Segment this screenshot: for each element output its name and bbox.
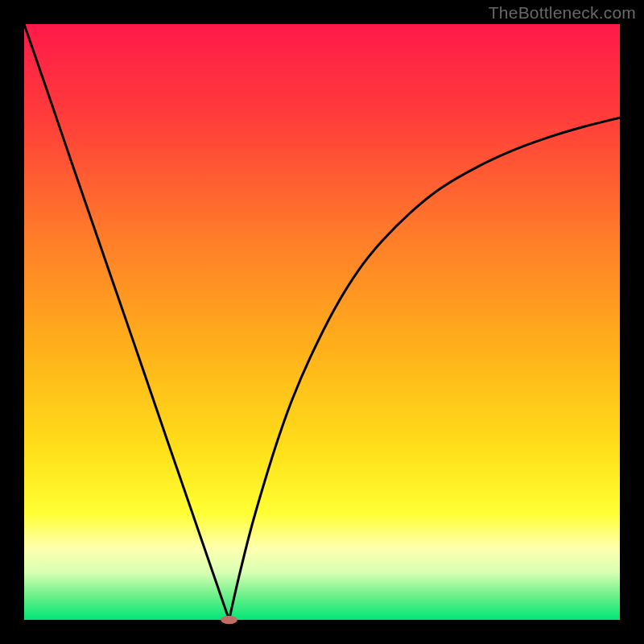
bottleneck-marker <box>221 616 237 624</box>
watermark-text: TheBottleneck.com <box>489 3 636 23</box>
plot-background <box>24 24 620 620</box>
bottleneck-chart <box>0 0 644 644</box>
chart-frame: TheBottleneck.com <box>0 0 644 644</box>
